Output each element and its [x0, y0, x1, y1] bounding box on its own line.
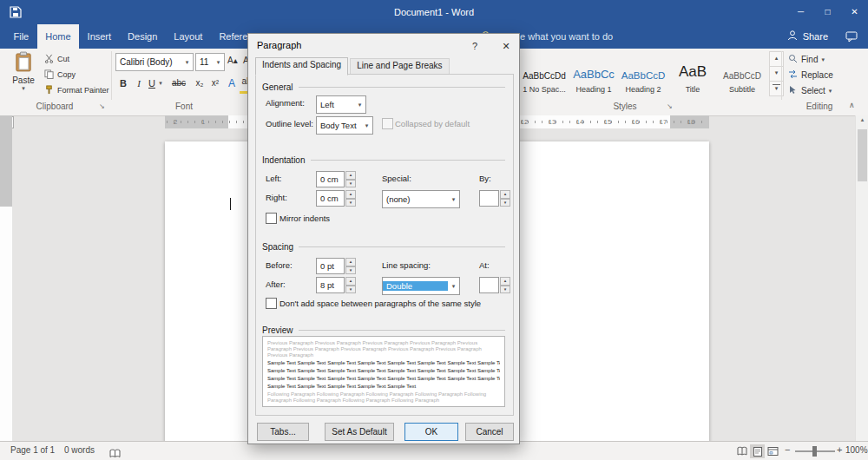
tab-file[interactable]: File	[5, 24, 37, 49]
spinner-down-icon[interactable]: ▾	[500, 199, 510, 207]
styles-dialog-launcher-icon[interactable]: ↘	[667, 102, 673, 110]
copy-button[interactable]: Copy	[43, 69, 76, 79]
maximize-button[interactable]: □	[814, 0, 841, 24]
vertical-ruler[interactable]	[0, 115, 12, 441]
web-layout-button[interactable]	[766, 444, 780, 458]
cut-button[interactable]: Cut	[43, 54, 69, 63]
italic-button[interactable]: I	[133, 76, 145, 91]
cut-icon	[43, 54, 55, 63]
tab-line-and-page-breaks[interactable]: Line and Page Breaks	[350, 58, 449, 75]
underline-button[interactable]: U	[146, 76, 158, 91]
read-mode-button[interactable]	[734, 444, 749, 458]
word-count[interactable]: 0 words	[64, 445, 95, 455]
cancel-button[interactable]: Cancel	[465, 423, 514, 441]
page-indicator[interactable]: Page 1 of 1	[10, 445, 55, 455]
find-button[interactable]: Find ▾	[788, 54, 825, 65]
spacing-after-spinner[interactable]: 8 pt ▴▾	[316, 277, 356, 293]
dialog-help-button[interactable]: ?	[464, 36, 486, 56]
tab-indents-and-spacing[interactable]: Indents and Spacing	[255, 57, 348, 76]
copy-label: Copy	[57, 70, 76, 79]
font-size-combobox[interactable]: 11 ▾	[195, 53, 225, 71]
bold-button[interactable]: B	[116, 76, 130, 91]
set-as-default-button[interactable]: Set As Default	[325, 423, 394, 441]
paste-button[interactable]: Paste ▾	[5, 51, 42, 100]
spinner-down-icon[interactable]: ▾	[500, 286, 510, 294]
ruler-number: 12	[519, 118, 529, 126]
indent-left-spinner[interactable]: 0 cm ▴▾	[316, 171, 356, 187]
by-spinner[interactable]: ▴▾	[479, 190, 510, 207]
minimize-button[interactable]: ─	[787, 0, 814, 24]
tab-design[interactable]: Design	[120, 24, 166, 49]
before-value: 0 pt	[316, 258, 345, 274]
scrollbar-thumb[interactable]	[858, 129, 867, 181]
comments-icon[interactable]	[845, 30, 858, 46]
select-button[interactable]: Select ▾	[788, 85, 832, 96]
format-painter-icon	[43, 85, 55, 95]
font-name-combobox[interactable]: Calibri (Body) ▾	[115, 53, 194, 71]
close-button[interactable]: ✕	[841, 0, 868, 24]
spinner-up-icon[interactable]: ▴	[500, 190, 510, 199]
alignment-dropdown[interactable]: Left ▾	[316, 95, 366, 114]
ok-button[interactable]: OK	[404, 423, 458, 441]
preview-section-header: Preview	[262, 325, 505, 335]
preview-following-paragraph: Following Paragraph Following Paragraph …	[267, 391, 500, 404]
chevron-down-icon[interactable]: ▾	[157, 76, 164, 91]
tab-layout[interactable]: Layout	[166, 24, 211, 49]
style-card-heading-1[interactable]: AaBbCc Heading 1	[570, 51, 617, 96]
indentation-label: Indentation	[262, 155, 306, 165]
spinner-up-icon[interactable]: ▴	[500, 277, 510, 286]
print-layout-button[interactable]	[750, 444, 765, 458]
special-dropdown[interactable]: (none) ▾	[382, 190, 460, 208]
general-section-header: General	[262, 82, 505, 92]
at-spinner[interactable]: ▴▾	[479, 277, 510, 293]
clipboard-dialog-launcher-icon[interactable]: ↘	[99, 102, 105, 110]
mirror-indents-checkbox[interactable]	[266, 213, 277, 224]
dialog-close-button[interactable]: ✕	[495, 36, 517, 56]
style-card-no-spacing[interactable]: AaBbCcDd 1 No Spac...	[521, 51, 568, 96]
zoom-slider-thumb[interactable]	[812, 446, 817, 457]
outline-level-dropdown[interactable]: Body Text ▾	[316, 116, 373, 135]
zoom-in-button[interactable]: +	[837, 444, 842, 455]
tab-insert[interactable]: Insert	[79, 24, 120, 49]
grow-font-button[interactable]: A▴	[227, 56, 238, 65]
spinner-down-icon[interactable]: ▾	[345, 180, 356, 188]
spinner-up-icon[interactable]: ▴	[345, 258, 356, 266]
zoom-percentage[interactable]: 100%	[845, 445, 868, 455]
subscript-button[interactable]: x₂	[193, 76, 207, 91]
share-button[interactable]: Share	[786, 24, 828, 49]
style-card-subtitle[interactable]: AaBbCcD Subtitle	[719, 51, 766, 96]
spinner-down-icon[interactable]: ▾	[345, 286, 356, 294]
proofing-icon[interactable]	[109, 446, 121, 460]
style-card-title[interactable]: AaB Title	[669, 51, 716, 96]
line-spacing-label: Line spacing:	[382, 260, 431, 270]
chevron-down-icon: ▾	[448, 283, 459, 290]
tab-home[interactable]: Home	[37, 24, 79, 49]
replace-label: Replace	[801, 70, 833, 80]
indent-right-spinner[interactable]: 0 cm ▴▾	[316, 190, 356, 207]
text-effects-button[interactable]: A	[226, 76, 238, 91]
tabs-button[interactable]: Tabs...	[257, 423, 309, 441]
format-painter-button[interactable]: Format Painter	[43, 85, 109, 95]
spinner-up-icon[interactable]: ▴	[345, 277, 356, 286]
style-card-heading-2[interactable]: AaBbCcD Heading 2	[620, 51, 667, 96]
collapse-ribbon-icon[interactable]: ∧	[849, 101, 855, 109]
strikethrough-button[interactable]: abc	[168, 76, 189, 91]
zoom-out-button[interactable]: −	[785, 444, 790, 455]
line-spacing-dropdown[interactable]: Double ▾	[382, 277, 460, 295]
chevron-down-icon: ▾	[829, 88, 832, 95]
spinner-down-icon[interactable]: ▾	[345, 266, 356, 275]
person-icon	[786, 30, 799, 43]
spinner-up-icon[interactable]: ▴	[345, 190, 356, 199]
dont-add-space-checkbox[interactable]	[266, 298, 277, 309]
spinner-up-icon[interactable]: ▴	[345, 171, 356, 180]
scroll-up-arrow-icon[interactable]: ▴	[856, 116, 868, 123]
replace-button[interactable]: Replace	[788, 69, 833, 81]
spinner-down-icon[interactable]: ▾	[345, 199, 356, 207]
superscript-button[interactable]: x²	[208, 76, 222, 91]
style-name: Heading 1	[570, 85, 617, 94]
preview-previous-paragraph: Previous Paragraph Previous Paragraph Pr…	[267, 340, 500, 358]
by-value	[479, 190, 499, 207]
vertical-scrollbar[interactable]: ▴	[855, 115, 868, 441]
font-group-label: Font	[111, 102, 257, 111]
spacing-before-spinner[interactable]: 0 pt ▴▾	[316, 258, 356, 274]
